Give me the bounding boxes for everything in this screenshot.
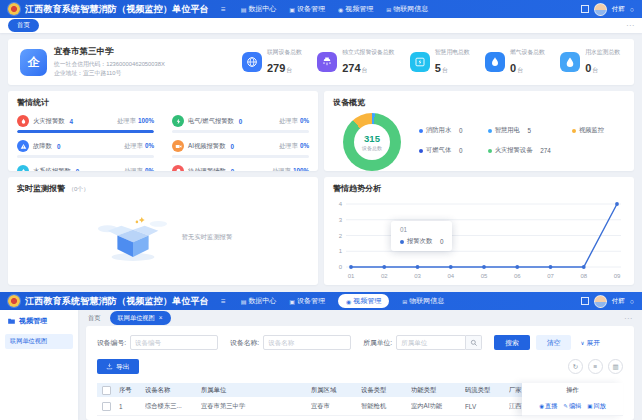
legend-dot	[488, 149, 492, 153]
trend-line-chart: 01234010203040506070809	[333, 197, 623, 283]
stat-gas-devices: 燃气设备总数 0台	[485, 48, 545, 76]
rate-value: 0%	[145, 142, 154, 149]
live-play-icon: ◉	[539, 403, 544, 409]
cell-region: 宜春市	[311, 402, 361, 411]
alarm-grid: 火灾报警数4 处理率100% 电气/燃气报警数0 处理率0%	[17, 115, 309, 171]
alarm-label: 待处理警情数	[188, 167, 226, 172]
tab-options-icon[interactable]: ⋯	[624, 314, 632, 323]
logout-icon[interactable]: ○	[630, 6, 634, 13]
svg-text:07: 07	[547, 273, 554, 279]
expand-link[interactable]: ∨展开	[580, 338, 600, 348]
filter-label: 设备编号:	[97, 338, 126, 348]
svg-text:2: 2	[339, 233, 343, 239]
svg-text:09: 09	[614, 273, 621, 279]
progress-fill	[17, 130, 154, 133]
dashboard-content: 企 宜春市第三中学 统一社会信用代码：12360000462050038X 企业…	[0, 33, 642, 291]
column-settings-icon[interactable]: ▥	[608, 359, 623, 374]
data-center-icon: ▤	[241, 6, 247, 13]
col-region: 所属区域	[311, 386, 361, 395]
tooltip-title: 01	[400, 226, 443, 233]
nav-label: 数据中心	[248, 4, 276, 14]
water-drop-icon	[17, 165, 29, 171]
legend-item: 智慧用电 5	[488, 126, 572, 135]
tab-networked-units[interactable]: 联网单位视图 ×	[110, 311, 171, 325]
iot-info-icon: ⊞	[402, 298, 407, 305]
nav-video-mgmt[interactable]: ◉视频管理	[338, 4, 373, 14]
refresh-icon[interactable]: ↻	[568, 359, 583, 374]
rate-value: 100%	[138, 117, 154, 124]
legend-item: 视频监控	[572, 126, 625, 135]
org-address: 企业地址：宜三中路110号	[54, 69, 165, 78]
sidebar-item-networked-units[interactable]: 联网单位视图	[5, 334, 73, 349]
legend-dot	[419, 149, 423, 153]
water-drop-icon	[560, 52, 580, 72]
avatar[interactable]	[594, 3, 607, 16]
nav-iot-info[interactable]: ⊞物联网信息	[402, 296, 444, 306]
clear-button[interactable]: 清空	[536, 335, 572, 350]
logout-icon[interactable]: ○	[630, 298, 634, 305]
close-icon[interactable]: ×	[159, 315, 163, 322]
rate-label: 处理率	[272, 167, 291, 172]
username[interactable]: 付辉	[612, 5, 625, 14]
alarm-item-water-system: 水系统报警数0 处理率0%	[17, 165, 154, 171]
alarm-count: 4	[69, 118, 73, 125]
empty-text: 暂无实时监测报警	[182, 233, 232, 242]
alarm-rate: 处理率0%	[124, 167, 154, 172]
nav-data-center[interactable]: ▤数据中心	[241, 296, 277, 306]
action-edit[interactable]: ✎编辑	[563, 402, 581, 411]
menu-collapse-icon[interactable]: ≡	[221, 5, 226, 14]
density-icon[interactable]: ≡	[588, 359, 603, 374]
rate-label: 处理率	[279, 117, 298, 124]
device-name-input[interactable]	[263, 335, 351, 350]
stat-smart-electric: 智慧用电总数 5台	[410, 48, 470, 76]
nav-device-mgmt[interactable]: ▣设备管理	[289, 4, 325, 14]
username[interactable]: 付辉	[612, 297, 625, 306]
unit-input[interactable]	[396, 335, 466, 350]
legend-label: 视频监控	[579, 126, 604, 135]
row-checkbox[interactable]	[102, 402, 111, 411]
stat-number: 279	[267, 62, 285, 74]
select-all-checkbox[interactable]	[102, 386, 111, 395]
app-title: 江西教育系统智慧消防（视频监控）单位平台	[25, 295, 209, 308]
unit-search-button[interactable]	[466, 335, 482, 350]
svg-text:02: 02	[381, 273, 388, 279]
nav-label: 物联网信息	[393, 4, 428, 14]
action-playback[interactable]: ▣回放	[587, 402, 606, 411]
menu-collapse-icon[interactable]: ≡	[221, 297, 226, 306]
device-list-card: 设备编号: 设备名称: 所属单位: 搜索 清空 ∨展	[86, 326, 634, 420]
device-overview-body: 315 设备总数 消防用水 0 智慧用电 5 视频监控 可燃气体 0 火灾报警设…	[333, 110, 625, 171]
svg-text:08: 08	[580, 273, 587, 279]
select-all-checkbox-cell	[97, 386, 119, 395]
stat-number: 274	[342, 62, 360, 74]
export-button[interactable]: 导出	[97, 359, 139, 374]
fullscreen-icon[interactable]	[581, 297, 589, 305]
nav-device-mgmt[interactable]: ▣设备管理	[289, 296, 325, 306]
action-live[interactable]: ◉直播	[539, 402, 557, 411]
dashboard-screenshot: 江西教育系统智慧消防（视频监控）单位平台 ≡ ▤数据中心 ▣设备管理 ◉视频管理…	[0, 0, 642, 292]
fullscreen-icon[interactable]	[581, 5, 589, 13]
device-no-input[interactable]	[130, 335, 218, 350]
rate-value: 0%	[300, 142, 309, 149]
nav-iot-info[interactable]: ⊞物联网信息	[386, 4, 428, 14]
avatar[interactable]	[594, 295, 607, 308]
tab-home[interactable]: 首页	[88, 314, 101, 323]
filter-bar: 设备编号: 设备名称: 所属单位: 搜索 清空 ∨展	[97, 335, 623, 350]
svg-text:03: 03	[414, 273, 421, 279]
device-legend: 消防用水 0 智慧用电 5 视频监控 可燃气体 0 火灾报警设备 274	[419, 126, 625, 155]
row-checkbox-cell	[97, 402, 119, 411]
video-mgmt-icon: ◉	[346, 298, 351, 305]
device-mgmt-icon: ▣	[289, 298, 295, 305]
bell-icon	[172, 165, 184, 171]
tab-options-icon[interactable]: ⋯	[626, 21, 634, 30]
breadcrumb-home-tab[interactable]: 首页	[8, 19, 39, 32]
col-function-type: 功能类型	[411, 386, 465, 395]
cell-stream-type: FLV	[465, 403, 509, 410]
nav-video-mgmt[interactable]: ◉视频管理	[338, 294, 389, 308]
svg-text:1: 1	[339, 248, 343, 254]
svg-text:05: 05	[481, 273, 488, 279]
search-button[interactable]: 搜索	[494, 335, 530, 350]
nav-data-center[interactable]: ▤数据中心	[241, 4, 277, 14]
sidebar-title[interactable]: 视频管理	[0, 316, 78, 326]
col-device-name: 设备名称	[145, 386, 201, 395]
electric-icon	[172, 115, 184, 127]
